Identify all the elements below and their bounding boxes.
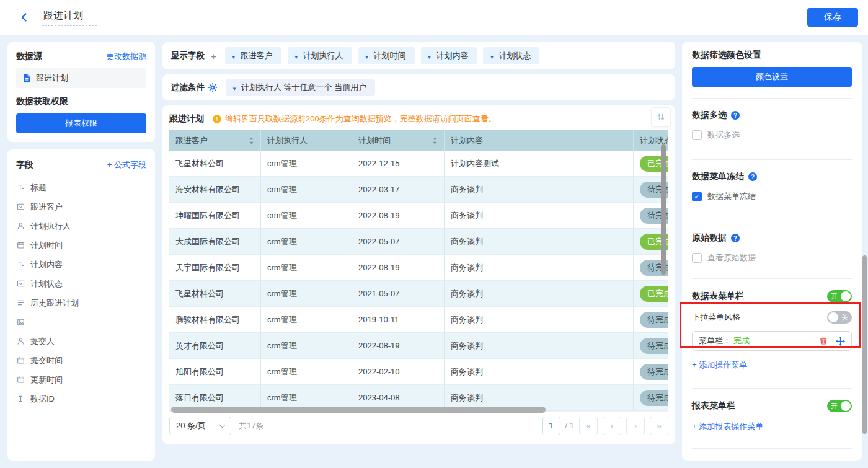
- help-icon[interactable]: [748, 172, 757, 181]
- divider: [692, 221, 852, 221]
- page-title[interactable]: 跟进计划: [42, 9, 97, 26]
- table-row[interactable]: 英才有限公司crm管理2022-08-19商务谈判待完成: [169, 333, 668, 359]
- table-menubar-row: 数据表菜单栏 开: [692, 290, 852, 302]
- select-icon: [16, 280, 25, 288]
- toggle-knob: [841, 401, 851, 411]
- gear-icon[interactable]: [208, 83, 217, 92]
- prev-page-button[interactable]: [603, 417, 621, 435]
- table-row[interactable]: 天宇国际有限公司crm管理2022-08-19商务谈判待完成: [169, 255, 668, 281]
- filter-condition-chip[interactable]: 计划执行人 等于任意一个 当前用户: [226, 79, 375, 96]
- field-item-plan-content[interactable]: 计划内容: [16, 255, 146, 274]
- table-row[interactable]: 飞星材料公司crm管理2021-05-07商务谈判已完成: [169, 281, 668, 307]
- chip-plan-content[interactable]: 计划内容: [421, 47, 477, 64]
- menu-item-value[interactable]: 完成: [733, 335, 750, 347]
- checkbox-unchecked[interactable]: [692, 130, 702, 140]
- help-icon[interactable]: [731, 234, 740, 242]
- datasource-panel: 数据源 更改数据源 跟进计划 数据获取权限 报表权限: [7, 42, 155, 142]
- filter-panel: 过滤条件 计划执行人 等于任意一个 当前用户: [162, 74, 675, 100]
- field-item-title[interactable]: 标题: [16, 178, 146, 197]
- help-icon[interactable]: [731, 111, 740, 120]
- toggle-knob: [841, 291, 851, 301]
- table-row[interactable]: 旭阳有限公司crm管理2022-02-10商务谈判待完成: [169, 359, 668, 385]
- column-header-customer[interactable]: 跟进客户: [169, 130, 261, 151]
- field-item-plan-status[interactable]: 计划状态: [16, 274, 146, 293]
- page-size-select[interactable]: 20 条/页: [169, 417, 231, 435]
- table-menubar-toggle[interactable]: 开: [827, 290, 852, 302]
- checkbox-checked[interactable]: [692, 192, 702, 201]
- column-header-plan-time[interactable]: 计划时间: [352, 130, 445, 151]
- report-permission-button[interactable]: 报表权限: [16, 113, 146, 133]
- field-item-submit-time[interactable]: 提交时间: [16, 351, 146, 370]
- total-count: 共17条: [239, 420, 264, 431]
- field-item-submitter[interactable]: 提交人: [16, 332, 146, 351]
- back-icon[interactable]: [16, 9, 32, 25]
- save-button[interactable]: 保存: [807, 8, 858, 27]
- raw-data-checkbox-row[interactable]: 查看原始数据: [692, 252, 852, 263]
- report-menubar-toggle[interactable]: 开: [827, 400, 852, 412]
- raw-data-title: 原始数据: [692, 232, 852, 244]
- sort-arrows-icon[interactable]: [432, 137, 438, 144]
- add-report-action-link[interactable]: + 添加报表操作菜单: [692, 421, 852, 432]
- divider: [692, 388, 852, 389]
- table-row[interactable]: 腾骏材料有限公司crm管理2019-10-11商务谈判待完成: [169, 307, 668, 333]
- id-icon: [16, 395, 25, 403]
- preview-table: 跟进客户 计划执行人 计划时间 计划内容 计划状态 飞星材料公司crm管理202…: [169, 130, 668, 411]
- column-header-plan-content[interactable]: 计划内容: [445, 130, 634, 151]
- add-action-menu-link[interactable]: + 添加操作菜单: [692, 360, 852, 371]
- table-row[interactable]: 飞星材料公司crm管理2022-12-15计划内容测试已完成: [169, 151, 668, 177]
- table-horizontal-scrollbar[interactable]: [171, 407, 546, 413]
- first-page-button[interactable]: [579, 417, 598, 435]
- table-row[interactable]: 坤曜国际有限公司crm管理2022-08-19商务谈判待完成: [169, 203, 668, 229]
- change-datasource-link[interactable]: 更改数据源: [106, 51, 146, 62]
- add-display-field-button[interactable]: +: [211, 51, 216, 61]
- dropdown-style-label: 下拉菜单风格: [692, 312, 740, 323]
- field-item-customer[interactable]: 跟进客户: [16, 197, 146, 216]
- calendar-icon: [16, 376, 25, 384]
- table-vertical-scrollbar[interactable]: [661, 144, 666, 275]
- datasource-item-label: 跟进计划: [36, 73, 68, 84]
- menu-freeze-checkbox-row[interactable]: 数据菜单冻结: [692, 191, 852, 202]
- field-item-image[interactable]: [16, 312, 146, 332]
- table-row[interactable]: 大成国际有限公司crm管理2022-05-07商务谈判已完成: [169, 229, 668, 255]
- menu-item-label: 菜单栏：: [699, 335, 731, 347]
- status-badge: 待完成: [640, 390, 668, 406]
- page-number-input[interactable]: 1: [542, 417, 560, 435]
- chevron-down-icon: [427, 51, 432, 61]
- chip-plan-status[interactable]: 计划状态: [483, 47, 539, 64]
- checkbox-unchecked[interactable]: [692, 253, 702, 263]
- column-header-executor[interactable]: 计划执行人: [261, 130, 352, 151]
- menu-item-row[interactable]: 菜单栏： 完成: [692, 331, 852, 351]
- status-badge: 待完成: [640, 364, 668, 380]
- field-item-history[interactable]: 历史跟进计划: [16, 293, 146, 312]
- field-item-executor[interactable]: 计划执行人: [16, 216, 146, 236]
- field-item-update-time[interactable]: 更新时间: [16, 370, 146, 389]
- field-item-plan-time[interactable]: 计划时间: [16, 236, 146, 255]
- text-icon: [16, 183, 25, 192]
- display-fields-panel: 显示字段 + 跟进客户 计划执行人 计划时间 计划内容 计划状态: [162, 42, 675, 69]
- chip-plan-time[interactable]: 计划时间: [358, 47, 415, 64]
- chip-customer[interactable]: 跟进客户: [225, 47, 281, 64]
- color-settings-button[interactable]: 颜色设置: [692, 67, 852, 87]
- trash-icon[interactable]: [819, 337, 828, 345]
- preview-warning: 编辑界面只取数据源前200条作为查询数据预览，完整数据请访问页面查看。: [213, 113, 497, 125]
- sort-arrows-icon[interactable]: [249, 137, 254, 144]
- fields-panel: 字段 + 公式字段 标题 跟进客户 计划执行人 计划时间 计划内容 计划状态 历…: [7, 149, 155, 461]
- datasource-item[interactable]: 跟进计划: [16, 68, 146, 88]
- perm-title: 数据获取权限: [16, 96, 146, 107]
- last-page-button[interactable]: [650, 417, 668, 435]
- color-settings-title: 数据筛选颜色设置: [692, 50, 852, 61]
- chip-executor[interactable]: 计划执行人: [288, 47, 352, 64]
- status-badge: 已完成: [640, 286, 668, 302]
- table-sort-button[interactable]: [651, 107, 671, 127]
- window-scrollbar[interactable]: [862, 255, 867, 434]
- calendar-icon: [16, 356, 25, 364]
- next-page-button[interactable]: [626, 417, 645, 435]
- table-row[interactable]: 海安材料有限公司crm管理2022-03-17商务谈判待完成: [169, 177, 668, 203]
- field-item-data-id[interactable]: 数据ID: [16, 389, 146, 408]
- move-icon[interactable]: [836, 337, 845, 346]
- multi-select-checkbox-row[interactable]: 数据多选: [692, 130, 852, 141]
- add-formula-field-link[interactable]: + 公式字段: [107, 159, 146, 170]
- top-bar: 跟进计划 保存: [0, 0, 868, 35]
- dropdown-style-toggle[interactable]: 关: [827, 311, 852, 324]
- dropdown-style-row: 下拉菜单风格 关: [692, 311, 852, 324]
